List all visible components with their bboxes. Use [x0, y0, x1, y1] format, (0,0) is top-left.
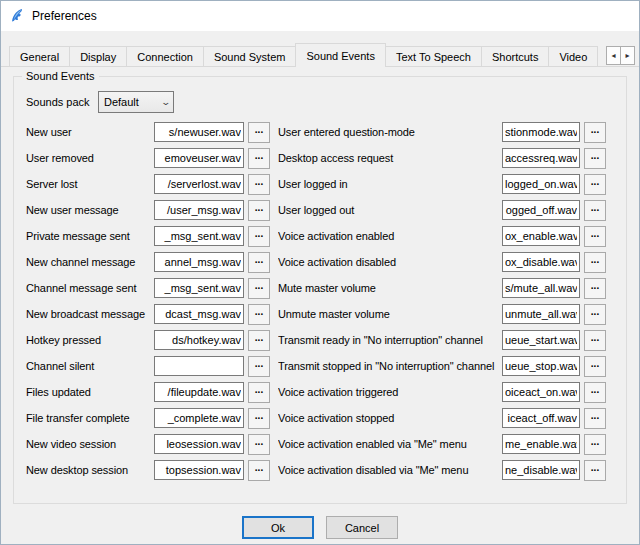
- browse-button[interactable]: ...: [248, 174, 270, 195]
- cancel-button[interactable]: Cancel: [326, 516, 398, 539]
- sound-event-row: Voice activation enabled ...: [278, 223, 606, 249]
- tab-scroll-control: ◂ ▸: [606, 46, 635, 65]
- sound-file-input[interactable]: [502, 460, 580, 480]
- sound-event-columns: New user ... User removed ... Server los…: [26, 119, 616, 483]
- browse-button[interactable]: ...: [248, 330, 270, 351]
- tab-text-to-speech[interactable]: Text To Speech: [385, 46, 482, 67]
- tab-shortcuts[interactable]: Shortcuts: [481, 46, 549, 67]
- sound-file-input[interactable]: [154, 148, 244, 168]
- sound-file-input[interactable]: [154, 460, 244, 480]
- browse-button[interactable]: ...: [584, 356, 606, 377]
- sound-file-input[interactable]: [154, 356, 244, 376]
- browse-button[interactable]: ...: [248, 460, 270, 481]
- tab-sound-system[interactable]: Sound System: [203, 46, 297, 67]
- sound-file-input[interactable]: [154, 304, 244, 324]
- sound-event-label: New user: [26, 126, 150, 138]
- sound-event-row: Private message sent ...: [26, 223, 270, 249]
- sound-file-input[interactable]: [502, 382, 580, 402]
- sound-file-input[interactable]: [154, 252, 244, 272]
- sound-file-input[interactable]: [502, 304, 580, 324]
- sound-event-label: Voice activation disabled: [278, 256, 498, 268]
- browse-button[interactable]: ...: [584, 122, 606, 143]
- tab-video[interactable]: Video: [548, 46, 598, 67]
- tab-display[interactable]: Display: [69, 46, 127, 67]
- sound-file-input[interactable]: [502, 434, 580, 454]
- sound-event-row: Channel silent ...: [26, 353, 270, 379]
- sound-file-input[interactable]: [502, 408, 580, 428]
- sounds-pack-select[interactable]: Default ⌄: [98, 91, 174, 113]
- sound-file-input[interactable]: [502, 174, 580, 194]
- tab-sound-events[interactable]: Sound Events: [295, 43, 386, 67]
- tab-general[interactable]: General: [9, 46, 70, 67]
- sound-file-input[interactable]: [502, 356, 580, 376]
- tab-bar: General Display Connection Sound System …: [1, 43, 639, 67]
- sound-file-input[interactable]: [502, 148, 580, 168]
- sound-event-label: Voice activation enabled: [278, 230, 498, 242]
- sound-event-row: Transmit ready in "No interruption" chan…: [278, 327, 606, 353]
- sound-event-label: Voice activation enabled via "Me" menu: [278, 438, 498, 450]
- sound-event-row: Unmute master volume ...: [278, 301, 606, 327]
- sound-file-input[interactable]: [154, 408, 244, 428]
- browse-button[interactable]: ...: [584, 460, 606, 481]
- browse-button[interactable]: ...: [584, 408, 606, 429]
- browse-button[interactable]: ...: [248, 434, 270, 455]
- tab-label: Display: [80, 51, 116, 63]
- browse-button[interactable]: ...: [248, 226, 270, 247]
- sound-event-row: Voice activation enabled via "Me" menu .…: [278, 431, 606, 457]
- tab-connection[interactable]: Connection: [126, 46, 204, 67]
- browse-button[interactable]: ...: [248, 278, 270, 299]
- sound-event-row: Voice activation disabled ...: [278, 249, 606, 275]
- sound-file-input[interactable]: [154, 174, 244, 194]
- browse-button[interactable]: ...: [584, 174, 606, 195]
- sound-event-row: Channel message sent ...: [26, 275, 270, 301]
- sound-file-input[interactable]: [502, 200, 580, 220]
- sound-event-label: Transmit ready in "No interruption" chan…: [278, 334, 498, 346]
- sound-event-row: New desktop session ...: [26, 457, 270, 483]
- browse-button[interactable]: ...: [584, 330, 606, 351]
- browse-button[interactable]: ...: [584, 252, 606, 273]
- browse-button[interactable]: ...: [248, 252, 270, 273]
- sound-event-label: Desktop access request: [278, 152, 498, 164]
- sound-file-input[interactable]: [154, 278, 244, 298]
- sound-event-label: Transmit stopped in "No interruption" ch…: [278, 360, 498, 372]
- sound-file-input[interactable]: [502, 278, 580, 298]
- sound-file-input[interactable]: [154, 434, 244, 454]
- ok-button[interactable]: Ok: [242, 516, 314, 539]
- titlebar: Preferences: [1, 1, 639, 31]
- sound-file-input[interactable]: [154, 382, 244, 402]
- browse-button[interactable]: ...: [584, 304, 606, 325]
- browse-button[interactable]: ...: [584, 434, 606, 455]
- sound-file-input[interactable]: [154, 226, 244, 246]
- sound-file-input[interactable]: [154, 122, 244, 142]
- sound-event-row: New user ...: [26, 119, 270, 145]
- browse-button[interactable]: ...: [584, 200, 606, 221]
- sound-file-input[interactable]: [502, 330, 580, 350]
- browse-button[interactable]: ...: [584, 226, 606, 247]
- browse-button[interactable]: ...: [248, 200, 270, 221]
- browse-button[interactable]: ...: [248, 304, 270, 325]
- sound-file-input[interactable]: [154, 200, 244, 220]
- sound-file-input[interactable]: [502, 122, 580, 142]
- browse-button[interactable]: ...: [248, 148, 270, 169]
- sound-file-input[interactable]: [154, 330, 244, 350]
- sound-event-label: New desktop session: [26, 464, 150, 476]
- browse-button[interactable]: ...: [584, 148, 606, 169]
- browse-button[interactable]: ...: [248, 408, 270, 429]
- sound-file-input[interactable]: [502, 226, 580, 246]
- sound-event-label: File transfer complete: [26, 412, 150, 424]
- browse-button[interactable]: ...: [584, 278, 606, 299]
- browse-button[interactable]: ...: [584, 382, 606, 403]
- browse-button[interactable]: ...: [248, 382, 270, 403]
- browse-button[interactable]: ...: [248, 356, 270, 377]
- sound-event-row: Hotkey pressed ...: [26, 327, 270, 353]
- browse-button[interactable]: ...: [248, 122, 270, 143]
- sound-event-label: User logged out: [278, 204, 498, 216]
- app-icon: [9, 8, 25, 24]
- sound-event-row: Voice activation disabled via "Me" menu …: [278, 457, 606, 483]
- sound-event-label: User removed: [26, 152, 150, 164]
- sound-event-label: Files updated: [26, 386, 150, 398]
- tab-scroll-right-icon[interactable]: ▸: [620, 46, 635, 65]
- tab-scroll-left-icon[interactable]: ◂: [606, 46, 621, 65]
- sound-event-label: Channel message sent: [26, 282, 150, 294]
- sound-file-input[interactable]: [502, 252, 580, 272]
